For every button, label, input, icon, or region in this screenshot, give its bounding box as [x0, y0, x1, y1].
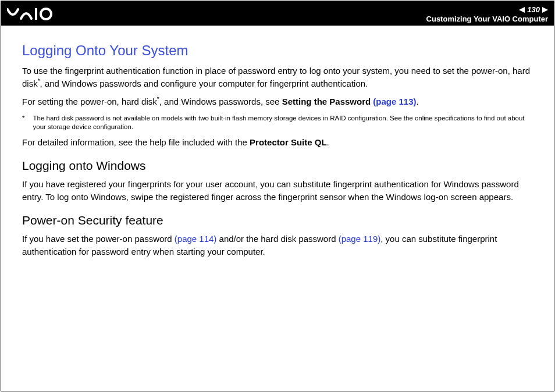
page-content: Logging Onto Your System To use the fing… [1, 26, 554, 258]
intro-paragraph-1: To use the fingerprint authentication fu… [22, 65, 533, 90]
footnote: * The hard disk password is not availabl… [22, 114, 533, 131]
text: and/or the hard disk password [216, 234, 338, 244]
footnote-marker: * [22, 114, 24, 131]
intro-paragraph-3: For detailed information, see the help f… [22, 136, 533, 149]
page-link-114[interactable]: (page 114) [175, 234, 217, 244]
document-page: 130 Customizing Your VAIO Computer Loggi… [1, 1, 554, 391]
footnote-text: The hard disk password is not available … [33, 114, 533, 131]
text: . [327, 137, 329, 147]
page-number: 130 [527, 5, 540, 14]
text: For setting the power-on, hard disk [22, 97, 157, 106]
page-link-113[interactable]: (page 113) [373, 97, 416, 106]
intro-paragraph-2: For setting the power-on, hard disk*, an… [22, 95, 533, 108]
next-page-icon[interactable] [542, 7, 548, 13]
vaio-logo-svg [7, 7, 71, 21]
windows-paragraph: If you have registered your fingerprints… [22, 178, 533, 204]
text: , and Windows passwords and configure yo… [40, 79, 368, 88]
bold-text: Setting the Password [282, 97, 373, 106]
page-nav: 130 [426, 5, 548, 14]
main-heading: Logging Onto Your System [22, 41, 533, 61]
page-link-119[interactable]: (page 119) [339, 234, 381, 244]
svg-point-1 [41, 9, 51, 19]
page-header: 130 Customizing Your VAIO Computer [1, 1, 554, 26]
sub-heading-poweron: Power-on Security feature [22, 212, 533, 229]
bold-text: Protector Suite QL [250, 137, 327, 147]
vaio-logo [7, 7, 71, 23]
poweron-paragraph: If you have set the power-on password (p… [22, 233, 533, 258]
section-title: Customizing Your VAIO Computer [426, 15, 548, 23]
prev-page-icon[interactable] [519, 7, 525, 13]
text: If you have set the power-on password [22, 234, 175, 244]
text: . [417, 97, 419, 106]
text: For detailed information, see the help f… [22, 137, 250, 147]
header-right: 130 Customizing Your VAIO Computer [426, 5, 548, 23]
sub-heading-windows: Logging onto Windows [22, 157, 533, 174]
text: , and Windows passwords, see [159, 97, 282, 106]
svg-rect-0 [35, 8, 37, 20]
